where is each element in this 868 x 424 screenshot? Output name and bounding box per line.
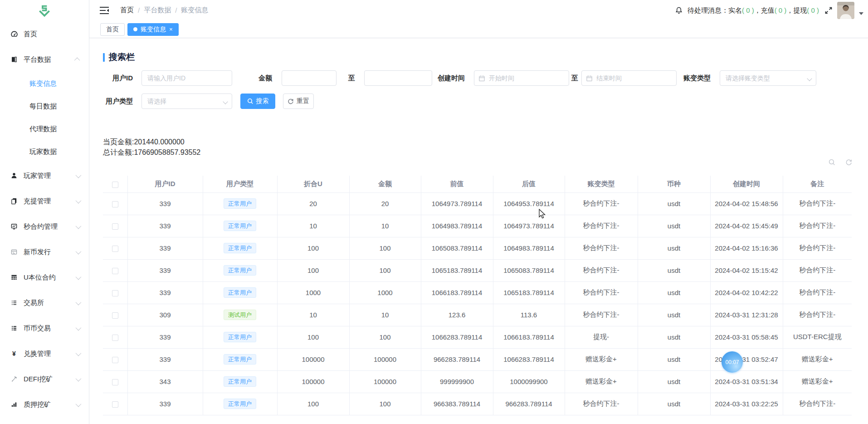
start-time-input-wrap [474,70,569,86]
sidebar-subitem[interactable]: 每日数据 [0,95,89,118]
tab-item[interactable]: 首页 [100,23,125,36]
svg-text:¥: ¥ [12,350,16,357]
tab-dot-icon [133,27,137,31]
cell-user-id: 309 [127,304,203,326]
sidebar-item-label: 充提管理 [24,197,76,206]
bell-icon[interactable] [675,6,683,15]
cell-user-id: 339 [127,237,203,259]
search-form-row-2: 用户类型 搜索 重置 [89,94,868,109]
table-search-icon[interactable] [828,158,836,166]
total-amount-text: 总计金额:17669058857.93552 [103,147,200,158]
cell-created-time: 2024-03-31 03:52:47 [710,348,783,370]
sidebar-item[interactable]: 交易所 [0,290,89,316]
user-type-select-input[interactable] [142,94,232,108]
row-checkbox[interactable] [112,223,118,230]
cell-remark: 赠送彩金+ [783,370,852,393]
breadcrumb-item[interactable]: 账变信息 [181,6,208,15]
user-type-tag: 正常用户 [224,221,256,231]
search-button[interactable]: 搜索 [240,94,275,109]
messages-prefix: 待处理消息： [688,6,728,14]
sidebar-subitem[interactable]: 账变信息 [0,72,89,95]
amount-min-input[interactable] [282,71,336,85]
reset-button[interactable]: 重置 [283,94,314,109]
sidebar-item[interactable]: U本位合约 [0,265,89,290]
cell-remark: 秒合约下注- [783,281,852,304]
sidebar-item[interactable]: 币币交易 [0,316,89,341]
user-menu-caret-icon[interactable] [859,12,863,15]
sidebar-item[interactable]: 玩家管理 [0,163,89,188]
message-count: ( 0 ) [807,6,819,14]
chevron-down-icon [76,197,82,203]
table-row: 339正常用户10101064983.7891141064973.789114秒… [103,215,852,237]
tab-active[interactable]: 账变信息× [127,23,179,36]
cell-before-value: 966383.789114 [421,393,493,415]
cell-coin: usdt [638,237,710,259]
row-checkbox[interactable] [112,312,118,319]
table-header-cell: 前值 [421,176,493,192]
sidebar-subitem[interactable]: 代理数据 [0,118,89,140]
sidebar-item[interactable]: 平台数据 [0,47,89,72]
sidebar-item[interactable]: 新币发行 [0,239,89,265]
defi-mining-icon [10,375,18,383]
select-all-checkbox[interactable] [112,182,118,188]
refresh-icon [288,98,294,104]
breadcrumb: 首页/平台数据/账变信息 [120,6,208,15]
breadcrumb-item[interactable]: 首页 [120,6,134,15]
amount-max-input[interactable] [365,71,432,85]
chevron-down-icon [76,223,82,229]
cell-amount: 1000 [349,281,421,304]
close-icon[interactable]: × [169,26,173,32]
cell-after-value: 1066283.789114 [493,348,565,370]
cell-after-value: 1065183.789114 [493,281,565,304]
fullscreen-icon[interactable] [824,6,833,15]
sidebar-item[interactable]: 秒合约管理 [0,214,89,239]
sidebar: 首页平台数据账变信息每日数据代理数据玩家数据玩家管理充提管理秒合约管理新币发行U… [0,0,89,424]
sidebar-item[interactable]: DEFI挖矿 [0,366,89,392]
app-logo[interactable] [0,0,89,21]
sidebar-subitem[interactable]: 玩家数据 [0,140,89,163]
row-checkbox[interactable] [112,201,118,207]
amount-min-input-wrap [282,70,336,86]
cell-created-time: 2024-03-31 12:31:28 [710,304,783,326]
table-refresh-icon[interactable] [845,158,853,166]
sidebar-item[interactable]: 质押挖矿 [0,392,89,417]
cell-created-time: 2024-03-31 03:22:25 [710,393,783,415]
table-tools [828,158,853,166]
sidebar-subitem-label: 账变信息 [29,79,57,88]
cell-change-type: 赠送彩金+ [565,348,638,370]
breadcrumb-item[interactable]: 平台数据 [144,6,171,15]
cell-coin: usdt [638,259,710,281]
usdt-contract-icon [10,273,18,281]
user-type-tag: 正常用户 [224,332,256,342]
sidebar-subitem-label: 玩家数据 [29,148,57,156]
row-checkbox[interactable] [112,246,118,252]
sidebar-item[interactable]: ¥兑换管理 [0,341,89,366]
change-type-select-input[interactable] [720,71,816,85]
user-id-input[interactable] [142,71,232,85]
user-avatar[interactable] [837,2,854,19]
cell-u-equivalent: 10 [277,304,349,326]
cell-change-type: 秒合约下注- [565,192,638,215]
cell-coin: usdt [638,281,710,304]
collapse-sidebar-icon[interactable] [99,6,109,15]
sidebar-item[interactable]: 首页 [0,21,89,47]
cell-u-equivalent: 100 [277,326,349,348]
sidebar-item[interactable]: 充提管理 [0,188,89,214]
row-checkbox[interactable] [112,268,118,274]
page-amount-text: 当页金额:201440.000000 [103,137,200,147]
sidebar-menu: 首页平台数据账变信息每日数据代理数据玩家数据玩家管理充提管理秒合约管理新币发行U… [0,21,89,417]
sidebar-item-label: 平台数据 [24,55,76,64]
row-checkbox[interactable] [112,379,118,385]
user-type-tag: 测试用户 [224,310,256,320]
chevron-down-icon [76,350,82,356]
row-checkbox[interactable] [112,335,118,341]
cell-amount: 100 [349,237,421,259]
exchange-icon [10,299,18,307]
start-time-input[interactable] [474,71,569,85]
row-checkbox[interactable] [112,401,118,408]
row-checkbox[interactable] [112,290,118,296]
cell-user-type: 正常用户 [203,215,277,237]
row-checkbox[interactable] [112,357,118,363]
end-time-input[interactable] [582,71,676,85]
table-row: 309测试用户1010123.6113.6秒合约下注-usdt2024-03-3… [103,304,852,326]
